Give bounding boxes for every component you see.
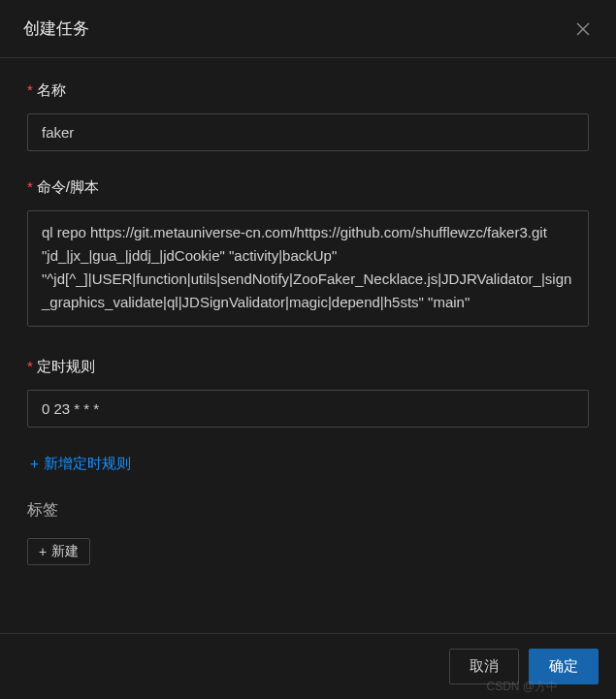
schedule-input[interactable] <box>27 390 589 428</box>
plus-icon: + <box>39 544 47 559</box>
add-schedule-link[interactable]: ＋新增定时规则 <box>27 455 131 473</box>
command-field-group: *命令/脚本 <box>27 178 589 331</box>
modal-header: 创建任务 <box>0 0 616 58</box>
required-mark: * <box>27 81 33 98</box>
close-icon <box>576 22 590 36</box>
required-mark: * <box>27 358 33 374</box>
modal-body: *名称 *命令/脚本 *定时规则 ＋新增定时规则 标签 +新建 <box>0 58 616 565</box>
schedule-field-group: *定时规则 <box>27 358 589 428</box>
plus-icon: ＋ <box>27 455 42 473</box>
schedule-label: *定时规则 <box>27 358 589 376</box>
name-field-group: *名称 <box>27 81 589 151</box>
name-label: *名称 <box>27 81 589 100</box>
command-label: *命令/脚本 <box>27 178 589 197</box>
new-tag-button[interactable]: +新建 <box>27 538 90 565</box>
modal-title: 创建任务 <box>23 17 89 40</box>
required-mark: * <box>27 178 33 195</box>
close-button[interactable] <box>573 19 593 39</box>
tags-field-group: 标签 +新建 <box>27 500 589 565</box>
tags-label: 标签 <box>27 500 589 521</box>
name-input[interactable] <box>27 113 589 151</box>
command-textarea[interactable] <box>27 210 589 327</box>
watermark: CSDN @方中 <box>486 679 558 695</box>
